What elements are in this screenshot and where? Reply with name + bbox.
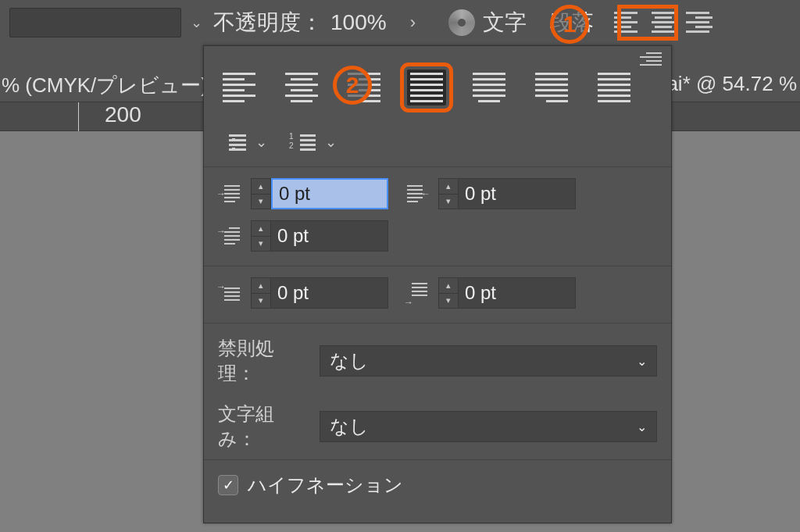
list-row: ⌄ 12 ⌄ xyxy=(204,123,671,166)
chevron-down-icon: ⌄ xyxy=(637,354,647,369)
indent-left-stepper[interactable]: ▴▾ xyxy=(251,178,388,209)
space-before-icon: → xyxy=(218,281,241,305)
stepper-up-icon[interactable]: ▴ xyxy=(252,179,270,195)
stepper-buttons[interactable]: ▴▾ xyxy=(251,220,271,252)
ruler-tick xyxy=(78,102,79,132)
space-before-input[interactable] xyxy=(271,277,388,309)
space-after-input[interactable] xyxy=(459,277,576,309)
stepper-buttons[interactable]: ▴▾ xyxy=(438,178,459,209)
kinsoku-label: 禁則処理： xyxy=(218,336,310,386)
align-center-button[interactable] xyxy=(282,70,321,105)
ruler-mark-200: 200 xyxy=(105,102,141,127)
cd-icon[interactable] xyxy=(448,9,475,36)
justify-full-button[interactable] xyxy=(595,70,634,105)
stepper-buttons[interactable]: ▴▾ xyxy=(251,178,271,209)
kinsoku-select[interactable]: なし ⌄ xyxy=(320,345,657,377)
indent-left-icon: → xyxy=(218,182,241,205)
paragraph-panel: ⌄ 12 ⌄ → ▴▾ ← xyxy=(203,45,672,523)
justify-all-button[interactable] xyxy=(407,70,446,105)
toolbar-align-left-icon[interactable] xyxy=(614,12,641,34)
hyphenation-checkbox[interactable]: ✓ xyxy=(218,475,238,495)
numbered-list-control[interactable]: 12 ⌄ xyxy=(289,132,337,152)
first-line-indent-stepper[interactable]: ▴▾ xyxy=(251,220,388,252)
stepper-up-icon[interactable]: ▴ xyxy=(252,278,270,294)
stepper-down-icon[interactable]: ▾ xyxy=(439,294,458,309)
hyphenation-row: ✓ ハイフネーション xyxy=(204,459,671,510)
kinsoku-value: なし xyxy=(330,348,369,373)
first-line-indent-icon: → xyxy=(218,224,241,248)
indent-right-input[interactable] xyxy=(459,178,576,209)
space-after-icon: → xyxy=(405,281,429,305)
stepper-down-icon[interactable]: ▾ xyxy=(252,294,270,309)
mojikumi-select[interactable]: なし ⌄ xyxy=(320,411,657,442)
stepper-up-icon[interactable]: ▴ xyxy=(252,221,270,237)
justify-last-right-button[interactable] xyxy=(532,70,571,105)
stepper-up-icon[interactable]: ▴ xyxy=(439,278,458,294)
indent-section: → ▴▾ ← ▴▾ → xyxy=(204,166,671,266)
panel-menu-icon[interactable] xyxy=(640,52,662,68)
stepper-down-icon[interactable]: ▾ xyxy=(439,195,458,209)
indent-right-stepper[interactable]: ▴▾ xyxy=(438,178,576,209)
chevron-down-icon[interactable]: ⌄ xyxy=(255,134,267,151)
hyphenation-label: ハイフネーション xyxy=(248,473,403,498)
alignment-row xyxy=(204,46,671,123)
document-tab-left: % (CMYK/プレビュー) xyxy=(2,72,208,99)
numbered-list-icon: 12 xyxy=(289,132,317,152)
bullet-list-icon xyxy=(220,132,248,152)
tab-character-partial[interactable]: 文字 xyxy=(483,8,527,37)
chevron-down-icon: ⌄ xyxy=(637,420,647,434)
indent-left-input[interactable] xyxy=(271,178,388,209)
justify-last-center-button[interactable] xyxy=(470,70,509,105)
stepper-down-icon[interactable]: ▾ xyxy=(252,237,270,252)
align-left-button[interactable] xyxy=(220,70,259,105)
space-after-stepper[interactable]: ▴▾ xyxy=(438,277,576,309)
toolbar-align-group xyxy=(614,12,712,34)
stepper-down-icon[interactable]: ▾ xyxy=(252,195,270,209)
fill-swatch[interactable] xyxy=(9,8,181,37)
chevron-down-icon[interactable]: ⌄ xyxy=(325,134,337,151)
stepper-up-icon[interactable]: ▴ xyxy=(439,179,458,195)
document-tab-right: .ai* @ 54.72 % xyxy=(661,72,797,96)
annotation-2: 2 xyxy=(333,66,372,105)
stepper-buttons[interactable]: ▴▾ xyxy=(251,277,271,309)
kinsoku-row: 禁則処理： なし ⌄ xyxy=(204,328,671,394)
space-before-stepper[interactable]: ▴▾ xyxy=(251,277,388,309)
annotation-1: 1 xyxy=(550,5,589,44)
mojikumi-row: 文字組み： なし ⌄ xyxy=(204,394,671,459)
mojikumi-value: なし xyxy=(330,414,369,439)
space-section: → ▴▾ → ▴▾ xyxy=(204,266,671,323)
first-line-indent-input[interactable] xyxy=(271,220,388,252)
opacity-next-icon[interactable]: › xyxy=(410,12,416,33)
opacity-value[interactable]: 100% xyxy=(330,10,387,35)
swatch-dropdown-chevron-icon[interactable]: ⌄ xyxy=(191,14,202,31)
indent-right-icon: ← xyxy=(405,182,429,205)
bullet-list-control[interactable]: ⌄ xyxy=(220,132,267,152)
toolbar-align-right-icon[interactable] xyxy=(686,12,712,34)
stepper-buttons[interactable]: ▴▾ xyxy=(438,277,459,309)
top-toolbar: ⌄ 不透明度： 100% › 文字 段落 xyxy=(0,0,800,45)
mojikumi-label: 文字組み： xyxy=(218,402,310,452)
opacity-label: 不透明度： xyxy=(213,8,323,37)
toolbar-align-center-icon[interactable] xyxy=(650,12,677,34)
